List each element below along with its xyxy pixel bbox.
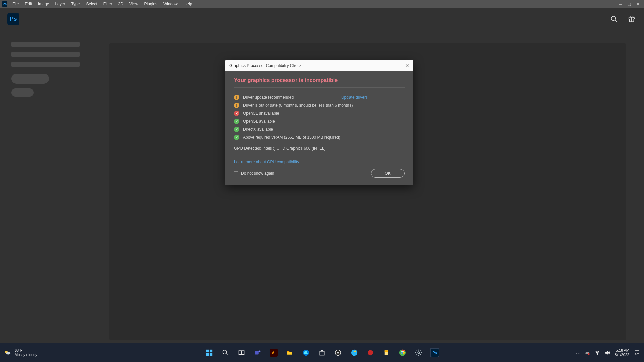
taskbar-search-icon[interactable] <box>221 348 230 357</box>
photoshop-taskbar-icon[interactable]: Ps <box>430 348 439 357</box>
svg-rect-15 <box>255 351 259 355</box>
check-row: ✓ DirectX available <box>234 127 405 132</box>
svg-point-6 <box>6 352 10 354</box>
menu-select[interactable]: Select <box>83 2 100 6</box>
menu-file[interactable]: File <box>9 2 22 6</box>
clock-date: 8/1/2022 <box>615 353 629 357</box>
svg-rect-19 <box>320 351 324 355</box>
update-drivers-link[interactable]: Update drivers <box>341 95 405 100</box>
do-not-show-label: Do not show again <box>241 171 274 176</box>
paint-icon[interactable] <box>350 348 359 357</box>
check-text: OpenGL available <box>243 119 275 124</box>
system-tray: ︿ 5:16 AM 8/1/2022 <box>576 348 640 357</box>
do-not-show-again[interactable]: Do not show again <box>234 171 274 176</box>
ok-icon: ✓ <box>234 127 239 132</box>
app-icon-generic[interactable] <box>333 348 343 357</box>
svg-line-1 <box>615 20 617 22</box>
gpu-check-dialog: Graphics Processor Compatibility Check ✕… <box>225 60 413 185</box>
svg-point-16 <box>259 351 261 353</box>
checkbox-icon[interactable] <box>234 171 238 175</box>
weather-widget[interactable]: 68°F Mostly cloudy <box>4 348 37 357</box>
check-list: ! Driver update recommended Update drive… <box>234 95 405 140</box>
placeholder-button <box>11 74 49 84</box>
weather-desc: Mostly cloudy <box>15 353 37 357</box>
warning-icon: ! <box>234 95 239 100</box>
weather-temp: 68°F <box>15 348 37 353</box>
placeholder-line <box>11 52 80 57</box>
tray-notifications-icon[interactable] <box>634 350 640 356</box>
placeholder-line <box>11 62 80 67</box>
taskbar-apps: Ai Ps <box>205 348 439 357</box>
edge-icon[interactable] <box>301 348 311 357</box>
menu-window[interactable]: Window <box>160 2 181 6</box>
svg-line-12 <box>226 354 228 355</box>
teams-icon[interactable] <box>253 348 262 357</box>
check-row: ! Driver update recommended Update drive… <box>234 95 405 100</box>
menu-image[interactable]: Image <box>35 2 52 6</box>
check-row: ! Driver is out of date (8 months, shoul… <box>234 103 405 108</box>
check-text: OpenCL unavailable <box>243 111 279 116</box>
menu-plugins[interactable]: Plugins <box>141 2 160 6</box>
check-row: ✓ OpenGL available <box>234 119 405 124</box>
svg-rect-13 <box>239 351 241 355</box>
notes-icon[interactable] <box>382 348 391 357</box>
learn-more-link[interactable]: Learn more about GPU compatibility <box>234 160 299 164</box>
weather-icon <box>4 349 11 356</box>
dialog-close-icon[interactable]: ✕ <box>405 63 409 69</box>
menu-layer[interactable]: Layer <box>52 2 68 6</box>
clock[interactable]: 5:16 AM 8/1/2022 <box>615 348 629 357</box>
svg-point-11 <box>223 350 227 354</box>
menu-view[interactable]: View <box>126 2 141 6</box>
menu-edit[interactable]: Edit <box>22 2 35 6</box>
start-button[interactable] <box>205 348 214 357</box>
illustrator-icon[interactable]: Ai <box>269 348 278 357</box>
gift-icon[interactable] <box>627 14 637 24</box>
svg-point-21 <box>337 352 339 354</box>
tray-wifi-icon[interactable] <box>595 350 600 355</box>
mcafee-icon[interactable] <box>366 348 375 357</box>
store-icon[interactable] <box>317 348 327 357</box>
menu-type[interactable]: Type <box>68 2 83 6</box>
settings-icon[interactable] <box>414 348 423 357</box>
svg-rect-10 <box>210 353 212 356</box>
menu-3d[interactable]: 3D <box>115 2 126 6</box>
ok-button[interactable]: OK <box>371 169 405 178</box>
svg-rect-14 <box>242 351 244 355</box>
svg-point-22 <box>351 350 357 356</box>
photoshop-logo: Ps <box>7 13 19 25</box>
dialog-title: Graphics Processor Compatibility Check <box>229 63 302 68</box>
svg-rect-8 <box>210 350 212 352</box>
home-bar: Ps <box>0 8 644 30</box>
clock-time: 5:16 AM <box>615 348 629 353</box>
svg-point-29 <box>418 352 420 354</box>
maximize-icon[interactable]: ▢ <box>628 2 631 6</box>
ok-icon: ✓ <box>234 135 239 140</box>
close-icon[interactable]: ✕ <box>636 2 639 6</box>
left-placeholder-area <box>11 42 80 101</box>
ok-icon: ✓ <box>234 119 239 124</box>
check-row: ✕ OpenCL unavailable <box>234 111 405 116</box>
tray-chevron-icon[interactable]: ︿ <box>576 350 580 356</box>
error-icon: ✕ <box>234 111 239 116</box>
menu-filter[interactable]: Filter <box>100 2 115 6</box>
menu-bar: Ps File Edit Image Layer Type Select Fil… <box>0 0 644 8</box>
check-row: ✓ Above required VRAM (2551 MB of 1500 M… <box>234 135 405 140</box>
minimize-icon[interactable]: — <box>619 2 622 6</box>
svg-point-23 <box>354 351 356 353</box>
svg-rect-9 <box>206 353 209 356</box>
gpu-detected-text: GPU Detected: Intel(R) UHD Graphics 600 … <box>234 146 405 151</box>
check-text: Driver is out of date (8 months, should … <box>243 103 353 108</box>
tray-onedrive-icon[interactable] <box>585 350 590 355</box>
menu-help[interactable]: Help <box>181 2 195 6</box>
warning-icon: ! <box>234 103 239 108</box>
check-text: Above required VRAM (2551 MB of 1500 MB … <box>243 135 340 140</box>
tray-volume-icon[interactable] <box>605 350 610 355</box>
chrome-icon[interactable] <box>398 348 407 357</box>
search-icon[interactable] <box>609 14 619 24</box>
svg-rect-25 <box>385 350 388 352</box>
task-view-icon[interactable] <box>237 348 246 357</box>
explorer-icon[interactable] <box>285 348 294 357</box>
check-text: Driver update recommended <box>243 95 294 100</box>
check-text: DirectX available <box>243 127 273 132</box>
dialog-titlebar: Graphics Processor Compatibility Check ✕ <box>225 60 413 71</box>
